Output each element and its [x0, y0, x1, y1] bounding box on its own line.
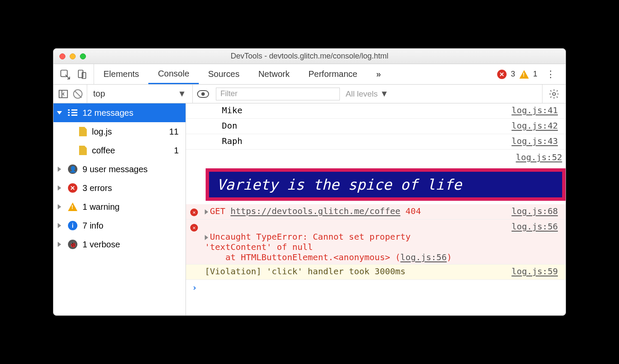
stack-source-link[interactable]: log.js:56	[401, 252, 447, 262]
sidebar-header-label: 12 messages	[83, 108, 133, 118]
device-toolbar-icon[interactable]	[77, 69, 88, 80]
log-source-link[interactable]: log.js:43	[512, 136, 561, 146]
log-row[interactable]: Don log.js:42	[186, 119, 566, 134]
log-text: Raph	[220, 136, 512, 146]
panel-tabs: Elements Console Sources Network Perform…	[94, 64, 390, 84]
log-text: Don	[220, 120, 512, 131]
devtools-tabs-bar: Elements Console Sources Network Perform…	[53, 64, 566, 85]
warning-count: 1	[533, 70, 537, 79]
sidebar-group-label: 1 verbose	[83, 240, 120, 250]
error-count: 3	[511, 70, 515, 79]
info-icon: i	[68, 221, 77, 230]
log-row[interactable]: Raph log.js:43	[186, 134, 566, 150]
log-row[interactable]: log.js:52	[186, 150, 566, 165]
context-value: top	[93, 89, 105, 99]
request-url[interactable]: https://devtools.glitch.me/coffee	[230, 206, 400, 216]
file-icon	[79, 146, 87, 155]
log-text: Mike	[220, 105, 512, 115]
log-row[interactable]: Mike log.js:41	[186, 103, 566, 119]
more-tabs-button[interactable]: »	[367, 64, 390, 84]
chevron-right-icon	[58, 242, 61, 247]
sidebar-group-errors[interactable]: ✕ 3 errors	[53, 179, 186, 197]
exception-text: Uncaught TypeError: Cannot set property	[210, 232, 411, 242]
chevron-right-icon[interactable]	[205, 209, 208, 214]
tab-elements[interactable]: Elements	[94, 64, 148, 84]
sidebar-group-info[interactable]: i 7 info	[53, 216, 186, 235]
sidebar-file-name: coffee	[92, 146, 115, 156]
list-icon	[68, 109, 77, 116]
devtools-window: DevTools - devtools.glitch.me/console/lo…	[53, 48, 566, 316]
tab-performance[interactable]: Performance	[299, 64, 367, 84]
stack-frame: )	[447, 252, 452, 262]
log-source-link[interactable]: log.js:59	[512, 266, 561, 276]
sidebar-group-user[interactable]: 👤 9 user messages	[53, 160, 186, 179]
svg-point-5	[553, 92, 556, 95]
clear-console-icon[interactable]	[73, 89, 83, 99]
sidebar-group-label: 9 user messages	[83, 164, 147, 174]
sidebar-group-verbose[interactable]: 🐞 1 verbose	[53, 235, 186, 254]
console-settings-icon[interactable]	[542, 85, 566, 103]
chevron-down-icon: ▼	[178, 89, 186, 99]
log-row-error[interactable]: ✕ GET https://devtools.glitch.me/coffee …	[186, 204, 566, 220]
warning-icon	[68, 203, 77, 211]
log-level-selector[interactable]: All levels ▼	[340, 89, 395, 99]
chevron-right-icon[interactable]	[205, 235, 208, 240]
log-source-link[interactable]: log.js:68	[512, 206, 561, 216]
chevron-right-icon	[58, 223, 61, 228]
sidebar-file-name: log.js	[92, 127, 112, 137]
tab-sources[interactable]: Sources	[199, 64, 249, 84]
log-source-link[interactable]: log.js:42	[512, 120, 561, 131]
live-expression-icon[interactable]	[197, 90, 209, 98]
log-source-link[interactable]: log.js:41	[512, 105, 561, 115]
error-icon: ✕	[190, 208, 198, 216]
chevron-down-icon: ▼	[380, 89, 389, 98]
toggle-sidebar-icon[interactable]	[58, 88, 69, 100]
chevron-right-icon	[58, 185, 61, 191]
kebab-menu-button[interactable]: ⋮	[542, 69, 560, 80]
titlebar: DevTools - devtools.glitch.me/console/lo…	[53, 49, 566, 64]
sidebar-file-item[interactable]: log.js 11	[53, 122, 186, 141]
styled-log-message: Variety is the spice of life	[206, 168, 566, 201]
sidebar-file-item[interactable]: coffee 1	[53, 141, 186, 160]
error-count-icon[interactable]: ✕	[497, 70, 507, 79]
chevron-right-icon	[58, 167, 61, 172]
error-icon: ✕	[68, 183, 77, 193]
sidebar-messages-header[interactable]: 12 messages	[53, 103, 186, 122]
tab-network[interactable]: Network	[249, 64, 299, 84]
context-selector[interactable]: top ▼	[87, 85, 192, 103]
console-toolbar: top ▼ All levels ▼	[53, 85, 566, 103]
filter-input[interactable]	[216, 88, 340, 100]
log-row-violation[interactable]: [Violation] 'click' handler took 3000ms …	[186, 264, 566, 280]
inspect-element-icon[interactable]	[59, 69, 71, 80]
sidebar-group-label: 7 info	[83, 221, 103, 231]
sidebar-group-warnings[interactable]: 1 warning	[53, 197, 186, 216]
tab-console[interactable]: Console	[148, 64, 198, 84]
console-log-area: Mike log.js:41 Don log.js:42 Raph log.js…	[186, 103, 566, 315]
log-source-link[interactable]: log.js:56	[512, 221, 561, 232]
stack-frame: at HTMLButtonElement.<anonymous> (	[205, 252, 401, 262]
file-icon	[79, 127, 87, 136]
console-sidebar: 12 messages log.js 11 coffee 1 👤 9 user …	[53, 103, 186, 315]
sidebar-group-label: 3 errors	[83, 183, 112, 193]
sidebar-file-count: 11	[169, 127, 181, 137]
violation-text: [Violation] 'click' handler took 3000ms	[203, 266, 512, 276]
user-icon: 👤	[68, 164, 77, 174]
warning-count-icon[interactable]	[519, 70, 529, 79]
chevron-right-icon	[58, 204, 61, 209]
sidebar-file-count: 1	[174, 146, 181, 156]
sidebar-group-label: 1 warning	[83, 202, 120, 212]
window-title: DevTools - devtools.glitch.me/console/lo…	[53, 52, 566, 61]
console-prompt[interactable]: ›	[186, 280, 566, 295]
log-row-error[interactable]: ✕ Uncaught TypeError: Cannot set propert…	[186, 220, 566, 264]
log-source-link[interactable]: log.js:52	[516, 150, 566, 162]
bug-icon: 🐞	[68, 240, 77, 249]
error-icon: ✕	[190, 224, 198, 232]
status-code: 404	[406, 206, 421, 216]
exception-text: 'textContent' of null	[205, 242, 313, 252]
request-method: GET	[210, 206, 225, 216]
chevron-down-icon	[57, 111, 62, 114]
